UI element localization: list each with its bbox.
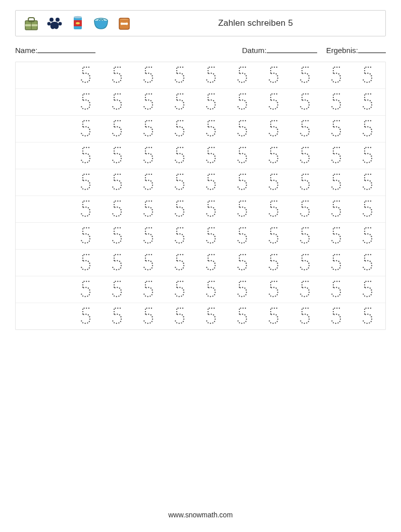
- tracing-digit-5[interactable]: [267, 279, 280, 300]
- tracing-digit-5[interactable]: [361, 146, 374, 166]
- tracing-digit-5[interactable]: [79, 92, 92, 112]
- tracing-digit-5[interactable]: [298, 146, 312, 166]
- tracing-digit-5[interactable]: [173, 226, 186, 246]
- tracing-digit-5[interactable]: [298, 306, 312, 326]
- tracing-digit-5[interactable]: [361, 119, 374, 139]
- tracing-digit-5[interactable]: [111, 92, 124, 112]
- tracing-digit-5[interactable]: [142, 119, 155, 139]
- tracing-digit-5[interactable]: [361, 199, 374, 219]
- tracing-digit-5[interactable]: [205, 279, 218, 300]
- tracing-digit-5[interactable]: [173, 172, 186, 192]
- tracing-digit-5[interactable]: [142, 172, 155, 192]
- tracing-digit-5[interactable]: [142, 65, 155, 85]
- name-blank[interactable]: [37, 45, 95, 53]
- tracing-digit-5[interactable]: [205, 65, 218, 85]
- tracing-digit-5[interactable]: [298, 65, 312, 85]
- tracing-digit-5[interactable]: [267, 146, 280, 166]
- tracing-digit-5[interactable]: [173, 279, 186, 300]
- tracing-digit-5[interactable]: [173, 65, 186, 85]
- tracing-digit-5[interactable]: [111, 146, 124, 166]
- tracing-digit-5[interactable]: [205, 199, 218, 219]
- tracing-digit-5[interactable]: [142, 279, 155, 300]
- tracing-digit-5[interactable]: [330, 65, 343, 85]
- tracing-digit-5[interactable]: [205, 226, 218, 246]
- tracing-digit-5[interactable]: [361, 279, 374, 300]
- tracing-digit-5[interactable]: [142, 226, 155, 246]
- tracing-digit-5[interactable]: [111, 119, 124, 139]
- tracing-digit-5[interactable]: [361, 65, 374, 85]
- tracing-digit-5[interactable]: [267, 199, 280, 219]
- tracing-digit-5[interactable]: [267, 172, 280, 192]
- tracing-digit-5[interactable]: [267, 92, 280, 112]
- tracing-digit-5[interactable]: [298, 279, 312, 300]
- tracing-digit-5[interactable]: [330, 226, 343, 246]
- tracing-digit-5[interactable]: [330, 199, 343, 219]
- tracing-digit-5[interactable]: [298, 172, 312, 192]
- tracing-digit-5[interactable]: [205, 253, 218, 273]
- tracing-digit-5[interactable]: [205, 172, 218, 192]
- tracing-digit-5[interactable]: [236, 119, 249, 139]
- tracing-digit-5[interactable]: [267, 253, 280, 273]
- tracing-digit-5[interactable]: [267, 65, 280, 85]
- tracing-digit-5[interactable]: [330, 279, 343, 300]
- tracing-digit-5[interactable]: [142, 146, 155, 166]
- tracing-digit-5[interactable]: [298, 199, 312, 219]
- tracing-digit-5[interactable]: [298, 226, 312, 246]
- tracing-digit-5[interactable]: [173, 199, 186, 219]
- tracing-digit-5[interactable]: [267, 306, 280, 326]
- tracing-digit-5[interactable]: [79, 199, 92, 219]
- tracing-digit-5[interactable]: [298, 119, 312, 139]
- tracing-digit-5[interactable]: [236, 306, 249, 326]
- tracing-digit-5[interactable]: [79, 119, 92, 139]
- tracing-digit-5[interactable]: [361, 92, 374, 112]
- tracing-digit-5[interactable]: [142, 253, 155, 273]
- tracing-digit-5[interactable]: [330, 306, 343, 326]
- tracing-digit-5[interactable]: [205, 92, 218, 112]
- tracing-digit-5[interactable]: [205, 146, 218, 166]
- tracing-digit-5[interactable]: [111, 306, 124, 326]
- tracing-digit-5[interactable]: [361, 253, 374, 273]
- tracing-digit-5[interactable]: [267, 119, 280, 139]
- tracing-digit-5[interactable]: [79, 306, 92, 326]
- tracing-digit-5[interactable]: [173, 119, 186, 139]
- tracing-digit-5[interactable]: [236, 199, 249, 219]
- tracing-digit-5[interactable]: [205, 119, 218, 139]
- tracing-digit-5[interactable]: [361, 172, 374, 192]
- tracing-digit-5[interactable]: [236, 92, 249, 112]
- tracing-digit-5[interactable]: [79, 226, 92, 246]
- tracing-digit-5[interactable]: [267, 226, 280, 246]
- tracing-digit-5[interactable]: [111, 65, 124, 85]
- tracing-digit-5[interactable]: [173, 92, 186, 112]
- tracing-digit-5[interactable]: [236, 65, 249, 85]
- tracing-digit-5[interactable]: [173, 253, 186, 273]
- tracing-digit-5[interactable]: [330, 172, 343, 192]
- tracing-digit-5[interactable]: [79, 279, 92, 300]
- tracing-digit-5[interactable]: [236, 172, 249, 192]
- tracing-digit-5[interactable]: [330, 119, 343, 139]
- tracing-digit-5[interactable]: [298, 92, 312, 112]
- tracing-digit-5[interactable]: [236, 279, 249, 300]
- tracing-digit-5[interactable]: [236, 253, 249, 273]
- tracing-digit-5[interactable]: [205, 306, 218, 326]
- tracing-digit-5[interactable]: [142, 92, 155, 112]
- tracing-digit-5[interactable]: [236, 226, 249, 246]
- tracing-digit-5[interactable]: [361, 306, 374, 326]
- tracing-digit-5[interactable]: [330, 253, 343, 273]
- tracing-digit-5[interactable]: [79, 172, 92, 192]
- tracing-digit-5[interactable]: [111, 199, 124, 219]
- tracing-digit-5[interactable]: [79, 65, 92, 85]
- tracing-digit-5[interactable]: [142, 199, 155, 219]
- tracing-digit-5[interactable]: [79, 146, 92, 166]
- tracing-digit-5[interactable]: [330, 146, 343, 166]
- tracing-digit-5[interactable]: [173, 146, 186, 166]
- tracing-digit-5[interactable]: [111, 226, 124, 246]
- tracing-digit-5[interactable]: [361, 226, 374, 246]
- result-blank[interactable]: [358, 45, 386, 53]
- tracing-digit-5[interactable]: [79, 253, 92, 273]
- tracing-digit-5[interactable]: [330, 92, 343, 112]
- date-blank[interactable]: [267, 45, 317, 53]
- tracing-digit-5[interactable]: [142, 306, 155, 326]
- tracing-digit-5[interactable]: [236, 146, 249, 166]
- tracing-digit-5[interactable]: [111, 253, 124, 273]
- tracing-digit-5[interactable]: [298, 253, 312, 273]
